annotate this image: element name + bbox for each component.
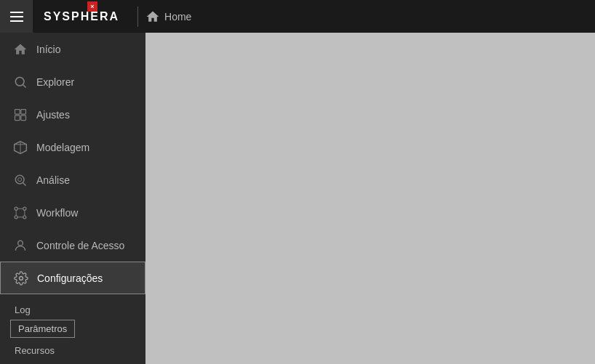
sidebar-label-explorer: Explorer bbox=[36, 76, 74, 88]
hamburger-button[interactable] bbox=[0, 0, 33, 33]
svg-point-21 bbox=[20, 276, 23, 280]
svg-point-13 bbox=[23, 207, 26, 210]
sidebar-subitem-recursos[interactable]: Recursos bbox=[0, 341, 145, 360]
main-content bbox=[145, 33, 595, 364]
logo-area: SYSPHERA bbox=[33, 10, 130, 23]
home-icon bbox=[13, 42, 28, 57]
hamburger-line-2 bbox=[10, 16, 23, 17]
svg-point-14 bbox=[15, 215, 17, 218]
gear-icon bbox=[14, 271, 28, 286]
user-icon bbox=[13, 238, 28, 253]
close-badge[interactable]: × bbox=[87, 1, 97, 12]
hamburger-line-1 bbox=[10, 12, 23, 13]
search-icon bbox=[13, 75, 28, 89]
sidebar-label-ajustes: Ajustes bbox=[36, 109, 70, 121]
sidebar-item-modelagem[interactable]: Modelagem bbox=[0, 131, 145, 163]
svg-rect-4 bbox=[15, 115, 20, 120]
sidebar-label-inicio: Início bbox=[36, 44, 60, 55]
header: SYSPHERA × Home bbox=[0, 0, 595, 33]
sidebar: Início Explorer Ajustes bbox=[0, 33, 145, 364]
header-divider bbox=[137, 7, 138, 27]
sidebar-label-configuracoes: Configurações bbox=[37, 272, 103, 284]
sidebar-label-controle-acesso: Controle de Acesso bbox=[36, 240, 124, 251]
hamburger-line-3 bbox=[10, 20, 23, 22]
svg-point-0 bbox=[15, 77, 24, 86]
sidebar-item-workflow[interactable]: Workflow bbox=[0, 196, 145, 229]
svg-line-11 bbox=[23, 182, 26, 185]
svg-point-15 bbox=[23, 215, 26, 218]
svg-rect-5 bbox=[21, 115, 26, 120]
layout: Início Explorer Ajustes bbox=[0, 33, 595, 364]
sidebar-subitem-parametros[interactable]: Parâmetros bbox=[10, 320, 75, 338]
sidebar-subitem-log[interactable]: Log bbox=[0, 300, 145, 320]
sidebar-item-configuracoes[interactable]: Configurações bbox=[0, 262, 145, 294]
sidebar-label-modelagem: Modelagem bbox=[36, 142, 89, 153]
header-nav: Home bbox=[145, 9, 191, 24]
sidebar-item-explorer[interactable]: Explorer bbox=[0, 65, 145, 98]
sidebar-item-ajustes[interactable]: Ajustes bbox=[0, 98, 145, 131]
svg-rect-2 bbox=[15, 109, 20, 114]
svg-line-1 bbox=[23, 84, 26, 87]
workflow-icon bbox=[13, 206, 28, 220]
settings-icon bbox=[13, 108, 28, 122]
sidebar-item-inicio[interactable]: Início bbox=[0, 33, 145, 65]
logo-text: SYSPHERA bbox=[44, 10, 119, 23]
svg-rect-3 bbox=[21, 109, 26, 114]
sub-items: Log Parâmetros Recursos bbox=[0, 300, 145, 364]
sidebar-label-analise: Análise bbox=[36, 174, 70, 186]
svg-point-9 bbox=[15, 175, 24, 184]
sidebar-label-workflow: Workflow bbox=[36, 207, 78, 219]
home-label: Home bbox=[164, 11, 191, 23]
cube-icon bbox=[13, 140, 28, 155]
home-icon bbox=[145, 9, 160, 24]
svg-point-10 bbox=[18, 177, 22, 181]
svg-point-20 bbox=[18, 240, 23, 246]
sidebar-item-controle-acesso[interactable]: Controle de Acesso bbox=[0, 229, 145, 262]
sidebar-item-analise[interactable]: Análise bbox=[0, 163, 145, 196]
analysis-icon bbox=[13, 173, 28, 187]
svg-point-12 bbox=[15, 207, 17, 210]
